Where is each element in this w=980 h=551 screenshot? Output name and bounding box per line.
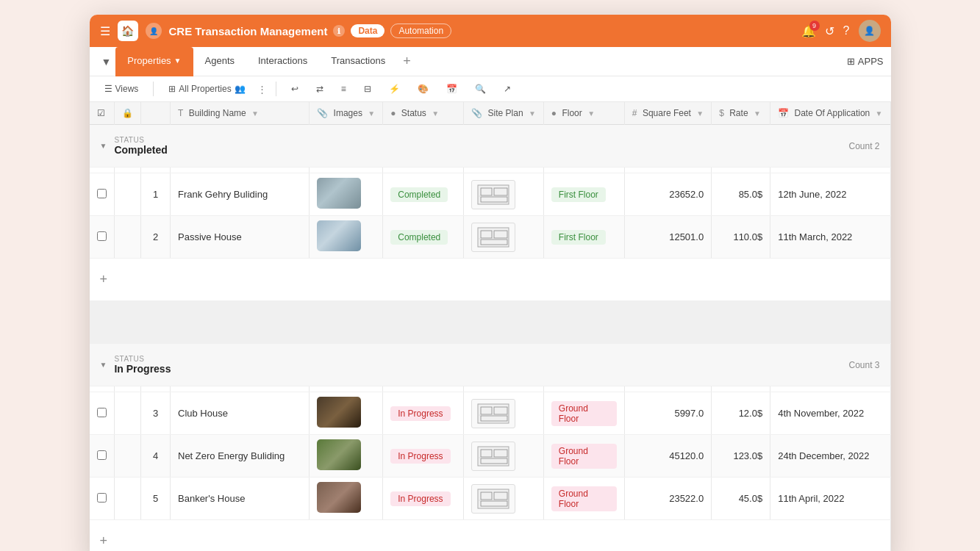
row-site-plan[interactable]: [464, 392, 544, 435]
sqft-sort[interactable]: ▼: [696, 109, 704, 118]
hamburger-icon[interactable]: ☰: [100, 24, 110, 38]
add-row-button[interactable]: +: [90, 259, 891, 301]
row-building-name[interactable]: Banker's House: [171, 478, 310, 520]
color-button[interactable]: 🎨: [412, 81, 434, 97]
add-tab-button[interactable]: +: [397, 54, 417, 69]
table-row[interactable]: 3Club HouseIn Progress Ground Floor5997.…: [90, 392, 891, 435]
row-floor[interactable]: First Floor: [543, 173, 624, 216]
notification-button[interactable]: 🔔 9: [801, 24, 816, 38]
row-checkbox-input[interactable]: [97, 189, 107, 198]
row-status[interactable]: Completed: [383, 216, 464, 259]
col-header-site-plan[interactable]: 📎 Site Plan ▼: [464, 102, 544, 125]
tab-agents[interactable]: Agents: [193, 47, 246, 76]
add-row-button[interactable]: +: [90, 520, 891, 552]
apps-button[interactable]: ⊞ APPS: [847, 56, 884, 67]
row-number: 2: [141, 216, 171, 259]
swap-button[interactable]: ⇄: [310, 81, 329, 97]
table-row[interactable]: 2Passive HouseCompleted First Floor12501…: [90, 216, 891, 259]
site-plan-svg: [476, 445, 510, 467]
row-number: 1: [141, 173, 171, 216]
table-row[interactable]: 1Frank Gehry BulidingCompleted First Flo…: [90, 173, 891, 216]
row-site-plan[interactable]: [464, 216, 544, 259]
data-tag[interactable]: Data: [351, 24, 385, 37]
table-icon: ⊟: [364, 84, 371, 94]
info-icon[interactable]: ℹ: [333, 25, 345, 37]
row-floor[interactable]: Ground Floor: [543, 392, 624, 435]
row-image[interactable]: [310, 478, 383, 520]
undo-button[interactable]: ↩: [285, 81, 304, 97]
row-status[interactable]: In Progress: [383, 392, 464, 435]
history-button[interactable]: ↺: [825, 24, 834, 38]
col-header-images[interactable]: 📎 Images ▼: [310, 102, 383, 125]
row-checkbox[interactable]: [90, 478, 115, 520]
col-header-rate[interactable]: $ Rate ▼: [712, 102, 770, 125]
row-floor[interactable]: Ground Floor: [543, 478, 624, 520]
user-avatar[interactable]: 👤: [859, 20, 881, 42]
tab-interactions[interactable]: Interactions: [246, 47, 319, 76]
row-floor[interactable]: Ground Floor: [543, 435, 624, 478]
col-header-building-name[interactable]: T Building Name ▼: [171, 102, 310, 125]
building-name-sort[interactable]: ▼: [251, 109, 259, 118]
list-button[interactable]: ≡: [335, 81, 352, 97]
row-site-plan[interactable]: [464, 435, 544, 478]
views-button[interactable]: ☰ Views: [99, 81, 145, 97]
row-checkbox-input[interactable]: [97, 450, 107, 460]
row-image[interactable]: [310, 435, 383, 478]
group-toggle-0[interactable]: ▼: [100, 142, 107, 150]
col-header-floor[interactable]: ● Floor ▼: [543, 102, 624, 125]
row-checkbox-input[interactable]: [97, 408, 107, 417]
add-row-cell[interactable]: +: [90, 520, 891, 552]
row-image[interactable]: [310, 173, 383, 216]
table-row[interactable]: 4Net Zero Energy BulidingIn Progress Gro…: [90, 435, 891, 478]
status-sort[interactable]: ▼: [432, 109, 439, 118]
row-building-name[interactable]: Club House: [171, 392, 310, 435]
group-toggle-1[interactable]: ▼: [100, 361, 107, 369]
row-checkbox[interactable]: [90, 435, 115, 478]
row-building-name[interactable]: Net Zero Energy Buliding: [171, 435, 310, 478]
floor-sort[interactable]: ▼: [587, 109, 595, 118]
all-properties-button[interactable]: ⊞ All Properties 👥: [162, 81, 251, 97]
date-sort[interactable]: ▼: [876, 109, 883, 118]
more-options-icon[interactable]: ⋮: [257, 84, 267, 95]
export-button[interactable]: ↗: [498, 81, 517, 97]
row-image[interactable]: [310, 216, 383, 259]
table-button[interactable]: ⊟: [358, 81, 377, 97]
row-site-plan[interactable]: [464, 173, 544, 216]
calendar-button[interactable]: 📅: [440, 81, 463, 97]
table-row[interactable]: 5Banker's HouseIn Progress Ground Floor2…: [90, 478, 891, 520]
row-checkbox-input[interactable]: [97, 493, 107, 503]
col-header-sqft[interactable]: # Square Feet ▼: [624, 102, 711, 125]
row-status[interactable]: In Progress: [383, 435, 464, 478]
tab-properties[interactable]: Properties ▼: [115, 47, 193, 76]
group-count-1: Count 3: [848, 360, 879, 370]
site-plan-sort[interactable]: ▼: [529, 109, 536, 118]
search-button[interactable]: 🔍: [469, 81, 492, 97]
row-checkbox[interactable]: [90, 216, 115, 259]
row-rate: 123.0$: [712, 435, 770, 478]
automation-tag[interactable]: Automation: [390, 24, 451, 38]
group-header-row: ▼ STATUS Completed Count 2: [90, 125, 891, 168]
filter-button[interactable]: ⚡: [383, 81, 406, 97]
add-row-cell[interactable]: +: [90, 259, 891, 301]
row-checkbox-input[interactable]: [97, 231, 107, 241]
col-header-status[interactable]: ● Status ▼: [383, 102, 464, 125]
tab-transactions[interactable]: Transactions: [319, 47, 397, 76]
undo-icon: ↩: [291, 84, 298, 94]
col-header-checkbox[interactable]: ☑: [90, 102, 115, 125]
row-building-name[interactable]: Passive House: [171, 216, 310, 259]
search-icon: 🔍: [475, 84, 486, 94]
row-site-plan[interactable]: [464, 478, 544, 520]
nav-collapse-arrow[interactable]: ▼: [97, 56, 116, 68]
help-button[interactable]: ?: [843, 24, 850, 37]
row-image[interactable]: [310, 392, 383, 435]
col-header-date[interactable]: 📅 Date Of Application ▼: [770, 102, 890, 125]
row-checkbox[interactable]: [90, 392, 115, 435]
images-sort[interactable]: ▼: [368, 109, 375, 118]
row-status[interactable]: In Progress: [383, 478, 464, 520]
floor-badge: First Floor: [551, 230, 606, 245]
row-floor[interactable]: First Floor: [543, 216, 624, 259]
row-status[interactable]: Completed: [383, 173, 464, 216]
rate-sort[interactable]: ▼: [754, 109, 761, 118]
row-checkbox[interactable]: [90, 173, 115, 216]
row-building-name[interactable]: Frank Gehry Buliding: [171, 173, 310, 216]
